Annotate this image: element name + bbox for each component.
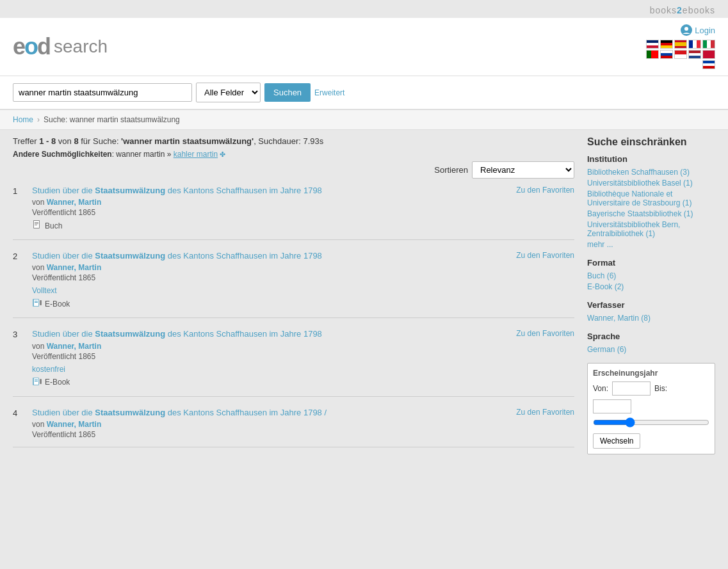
result-type-3: E-Book — [32, 376, 503, 389]
search-input[interactable] — [13, 83, 192, 102]
flag-fr[interactable] — [688, 40, 701, 49]
result-action-3[interactable]: Zu den Favoriten — [516, 328, 574, 388]
year-von-input[interactable] — [612, 381, 651, 396]
year-bis-input[interactable] — [593, 399, 631, 413]
volltext-link-2[interactable]: Volltext — [32, 286, 57, 295]
search-button[interactable]: Suchen — [264, 83, 311, 102]
breadcrumb: Home › Suche: wanner martin staatsumwälz… — [0, 110, 728, 130]
result-item-3: 3 Studien über die Staatsumwälzung des K… — [13, 328, 574, 396]
svg-rect-4 — [35, 223, 38, 224]
favoriten-link-3[interactable]: Zu den Favoriten — [516, 329, 574, 338]
sort-select[interactable]: Relevanz Jahr aufsteigend Jahr absteigen… — [472, 161, 574, 179]
results-area: Treffer 1 - 8 von 8 für Suche: 'wanner m… — [13, 136, 574, 508]
result-title-link-1[interactable]: Studien über die Staatsumwälzung des Kan… — [32, 186, 322, 195]
verfasser-title: Verfasser — [587, 300, 715, 310]
institution-link-2[interactable]: Universitätsbibliothek Basel (1) — [587, 179, 715, 188]
svg-rect-13 — [35, 380, 38, 380]
result-item-2: 2 Studien über die Staatsumwälzung des K… — [13, 250, 574, 318]
field-select[interactable]: Alle Felder Titel Autor — [196, 83, 261, 102]
year-row: Von: Bis: — [593, 381, 709, 396]
result-action-1[interactable]: Zu den Favoriten — [516, 185, 574, 232]
flags-container — [638, 40, 715, 69]
verfasser-link-1[interactable]: Wanner, Martin (8) — [587, 314, 715, 323]
result-num-2: 2 — [13, 250, 32, 310]
institution-link-4[interactable]: Bayerische Staatsbibliothek (1) — [587, 209, 715, 218]
result-author-link-4[interactable]: Wanner, Martin — [47, 420, 102, 429]
sprache-title: Sprache — [587, 332, 715, 341]
sidebar-verfasser: Verfasser Wanner, Martin (8) — [587, 300, 715, 323]
result-author-link-3[interactable]: Wanner, Martin — [47, 342, 102, 351]
result-extra-2[interactable]: Volltext — [32, 286, 503, 295]
institution-title: Institution — [587, 154, 715, 164]
result-item-4: 4 Studien über die Staatsumwälzung des K… — [13, 407, 574, 447]
result-author-2: von Wanner, Martin — [32, 263, 503, 272]
search-form: Alle Felder Titel Autor Suchen Erweitert — [13, 83, 715, 102]
sidebar-institution: Institution Bibliotheken Schaffhausen (3… — [587, 154, 715, 249]
flag-de[interactable] — [660, 40, 673, 49]
result-title-2: Studien über die Staatsumwälzung des Kan… — [32, 250, 503, 262]
svg-point-0 — [684, 27, 688, 31]
result-type-label-1: Buch — [45, 221, 62, 230]
login-link[interactable]: Login — [695, 26, 715, 35]
favoriten-link-4[interactable]: Zu den Favoriten — [516, 408, 574, 417]
header: eod search Login — [0, 18, 728, 76]
result-item-1: 1 Studien über die Staatsumwälzung des K… — [13, 185, 574, 240]
flag-ru[interactable] — [660, 50, 673, 59]
institution-link-1[interactable]: Bibliotheken Schaffhausen (3) — [587, 168, 715, 177]
svg-rect-15 — [40, 379, 42, 384]
flag-gb[interactable] — [646, 40, 659, 49]
andere-icon: ✤ — [220, 150, 225, 158]
sidebar-erscheinungsjahr: Erscheinungsjahr Von: Bis: Wechseln — [587, 363, 715, 454]
andere-suchmoglichkeiten: Andere Suchmöglichkeiten: wanner martin … — [13, 150, 574, 159]
breadcrumb-home[interactable]: Home — [13, 115, 33, 124]
breadcrumb-separator: › — [37, 115, 40, 124]
svg-rect-3 — [35, 222, 38, 223]
sidebar: Suche einschränken Institution Bibliothe… — [587, 136, 715, 508]
institution-link-5[interactable]: Universitätsbibliothek Bern, Zentralbibl… — [587, 220, 715, 238]
top-bar: books2ebooks — [0, 0, 728, 18]
mehr-link[interactable]: mehr ... — [587, 240, 715, 249]
flag-es[interactable] — [674, 40, 687, 49]
flag-it[interactable] — [702, 40, 715, 49]
logo-eod: eod — [13, 33, 50, 60]
breadcrumb-current: Suche: wanner martin staatsumwälzung — [44, 115, 180, 124]
book-icon-1 — [32, 220, 42, 232]
flag-nl[interactable] — [688, 50, 701, 59]
result-action-2[interactable]: Zu den Favoriten — [516, 250, 574, 310]
result-num-4: 4 — [13, 407, 32, 439]
institution-link-3[interactable]: Bibliothèque Nationale et Universitaire … — [587, 189, 715, 207]
wechseln-button[interactable]: Wechseln — [593, 433, 640, 449]
format-link-buch[interactable]: Buch (6) — [587, 271, 715, 280]
results-info: Treffer 1 - 8 von 8 für Suche: 'wanner m… — [13, 136, 574, 146]
flag-sr[interactable] — [702, 60, 715, 69]
result-title-link-4[interactable]: Studien über die Staatsumwälzung des Kan… — [32, 408, 327, 417]
result-extra-3[interactable]: kostenfrei — [32, 365, 503, 374]
login-area[interactable]: Login — [638, 24, 715, 36]
result-title-link-3[interactable]: Studien über die Staatsumwälzung des Kan… — [32, 329, 322, 339]
result-author-1: von Wanner, Martin — [32, 198, 503, 207]
svg-rect-9 — [35, 302, 38, 303]
andere-link[interactable]: kahler martin — [174, 150, 218, 159]
erweitert-link[interactable]: Erweitert — [314, 88, 344, 97]
sprache-link-german[interactable]: German (6) — [587, 345, 715, 354]
ebook-icon-3 — [32, 376, 42, 389]
result-num-1: 1 — [13, 185, 32, 232]
svg-rect-5 — [35, 225, 37, 225]
favoriten-link-2[interactable]: Zu den Favoriten — [516, 251, 574, 260]
year-slider[interactable] — [593, 417, 709, 428]
ebook-icon-2 — [32, 298, 42, 310]
kostenfrei-link-3[interactable]: kostenfrei — [32, 365, 65, 374]
result-action-4[interactable]: Zu den Favoriten — [516, 407, 574, 439]
favoriten-link-1[interactable]: Zu den Favoriten — [516, 186, 574, 195]
format-link-ebook[interactable]: E-Book (2) — [587, 282, 715, 291]
flag-pt[interactable] — [646, 50, 659, 59]
result-author-link-1[interactable]: Wanner, Martin — [47, 198, 102, 207]
result-author-link-2[interactable]: Wanner, Martin — [47, 263, 102, 272]
result-year-2: Veröffentlicht 1865 — [32, 273, 503, 282]
flag-cz[interactable] — [674, 50, 687, 59]
user-icon — [681, 24, 692, 36]
flag-dk[interactable] — [702, 50, 715, 59]
result-title-link-2[interactable]: Studien über die Staatsumwälzung des Kan… — [32, 251, 322, 260]
result-type-label-2: E-Book — [45, 300, 70, 309]
sidebar-sprache: Sprache German (6) — [587, 332, 715, 354]
